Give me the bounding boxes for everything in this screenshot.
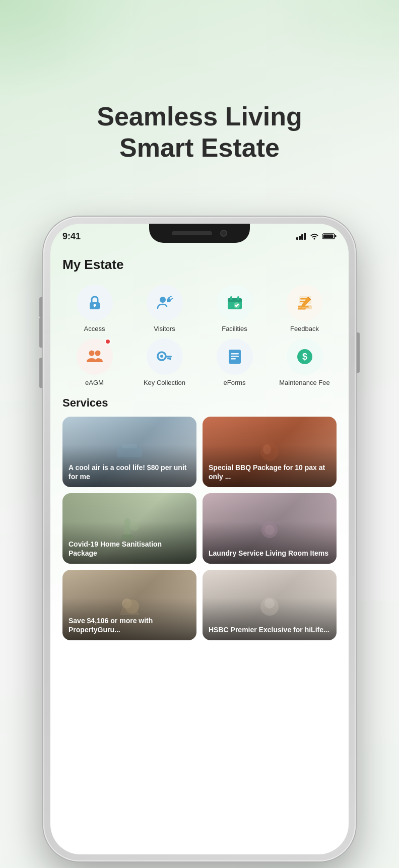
phone-button-vol-up: [39, 317, 42, 348]
service-card-bbq[interactable]: Special BBQ Package for 10 pax at only .…: [203, 417, 337, 487]
svg-rect-33: [231, 353, 239, 355]
svg-rect-40: [117, 457, 142, 459]
service-card-text-covid: Covid-19 Home Sanitisation Package: [69, 540, 190, 558]
icon-circle-access: [77, 285, 113, 321]
svg-point-12: [167, 298, 171, 302]
icon-circle-key: [147, 339, 183, 375]
icon-item-maintenance[interactable]: $ Maintenance Fee: [273, 339, 337, 386]
icon-circle-maintenance: $: [287, 339, 323, 375]
icon-item-eforms[interactable]: eForms: [203, 339, 267, 386]
svg-rect-29: [165, 356, 172, 358]
maintenance-fee-icon: $: [296, 348, 314, 366]
svg-point-25: [89, 351, 94, 356]
icon-item-visitors[interactable]: Visitors: [132, 285, 196, 332]
app-header-title: My Estate: [62, 257, 337, 273]
svg-rect-43: [124, 518, 130, 536]
svg-point-28: [160, 355, 163, 358]
icon-label-eforms: eForms: [223, 379, 245, 386]
svg-rect-7: [323, 235, 334, 238]
hero-title: Seamless Living Smart Estate: [0, 101, 399, 164]
aircon-illustration: [114, 439, 145, 464]
svg-point-47: [264, 525, 275, 535]
svg-rect-3: [304, 233, 306, 240]
services-grid: A cool air is a cool life! $80 per unit …: [62, 417, 337, 640]
svg-rect-6: [335, 235, 337, 237]
icon-item-feedback[interactable]: Feedback: [273, 285, 337, 332]
svg-rect-31: [167, 358, 169, 360]
signal-icon: [296, 233, 306, 240]
icon-label-feedback: Feedback: [290, 325, 319, 332]
phone-notch: [149, 224, 250, 243]
service-card-text-hsbc: HSBC Premier Exclusive for hiLife...: [209, 625, 330, 634]
laundry-illustration: [254, 516, 285, 541]
hsbc-illustration: [254, 592, 285, 618]
bbq-illustration: [254, 439, 285, 464]
service-card-property[interactable]: Save $4,106 or more with PropertyGuru...: [62, 570, 196, 640]
svg-rect-0: [296, 237, 298, 240]
eagm-icon: [86, 348, 104, 365]
phone-button-power: [357, 332, 360, 373]
services-section-title: Services: [62, 396, 337, 410]
svg-point-45: [129, 521, 140, 531]
icon-label-eagm: eAGM: [85, 379, 104, 386]
service-card-laundry[interactable]: Laundry Service Living Room Items: [203, 493, 337, 564]
status-time: 9:41: [62, 231, 81, 242]
app-screen-content: My Estate Access: [50, 249, 349, 854]
feedback-icon: [296, 294, 313, 311]
service-card-aircon[interactable]: A cool air is a cool life! $80 per unit …: [62, 417, 196, 487]
facilities-icon: [226, 294, 244, 311]
svg-rect-2: [301, 234, 303, 240]
svg-point-26: [95, 351, 100, 356]
status-icons: [296, 233, 337, 240]
service-card-text-aircon: A cool air is a cool life! $80 per unit …: [69, 463, 190, 481]
service-card-covid[interactable]: Covid-19 Home Sanitisation Package: [62, 493, 196, 564]
hero-title-line1: Seamless Living: [97, 102, 302, 131]
icon-item-facilities[interactable]: Facilities: [203, 285, 267, 332]
visitors-icon: [156, 294, 174, 311]
phone-screen: 9:41: [50, 224, 349, 854]
phone-button-silent: [39, 297, 42, 317]
icon-circle-visitors: [147, 285, 183, 321]
covid-illustration: [114, 516, 145, 541]
svg-rect-10: [94, 305, 95, 307]
svg-rect-16: [228, 298, 242, 302]
icon-circle-facilities: [217, 285, 253, 321]
lock-icon: [86, 294, 103, 311]
key-icon: [156, 348, 174, 365]
icon-item-access[interactable]: Access: [62, 285, 126, 332]
svg-rect-48: [258, 521, 281, 525]
phone-button-vol-down: [39, 358, 42, 388]
feature-icon-grid: Access Visitors: [62, 285, 337, 386]
front-camera: [220, 230, 227, 237]
service-card-text-bbq: Special BBQ Package for 10 pax at only .…: [209, 463, 330, 481]
service-card-text-property: Save $4,106 or more with PropertyGuru...: [69, 616, 190, 634]
icon-item-eagm[interactable]: eAGM: [62, 339, 126, 386]
svg-line-14: [171, 298, 173, 299]
icon-circle-feedback: [287, 285, 323, 321]
svg-rect-22: [298, 308, 306, 310]
svg-line-13: [169, 296, 171, 298]
icon-circle-eagm: [77, 339, 113, 375]
eforms-icon: [226, 348, 243, 365]
bg-decoration-tr: [273, 0, 399, 91]
svg-rect-30: [169, 358, 171, 360]
svg-rect-17: [230, 296, 232, 300]
svg-rect-1: [299, 236, 301, 240]
battery-icon: [322, 233, 337, 240]
wifi-icon: [309, 233, 319, 240]
svg-point-11: [160, 297, 166, 303]
svg-point-4: [314, 238, 315, 240]
svg-rect-18: [237, 296, 239, 300]
icon-circle-eforms: [217, 339, 253, 375]
icon-label-key-collection: Key Collection: [144, 379, 185, 386]
service-card-text-laundry: Laundry Service Living Room Items: [209, 549, 330, 558]
notification-dot-eagm: [105, 339, 111, 345]
bg-decoration-tl: [0, 0, 151, 101]
icon-label-access: Access: [84, 325, 105, 332]
svg-rect-34: [231, 356, 239, 357]
service-card-hsbc[interactable]: HSBC Premier Exclusive for hiLife...: [203, 570, 337, 640]
icon-item-key-collection[interactable]: Key Collection: [132, 339, 196, 386]
hero-title-line2: Smart Estate: [119, 133, 280, 162]
icon-label-facilities: Facilities: [222, 325, 247, 332]
phone-mockup: 9:41: [43, 217, 356, 861]
